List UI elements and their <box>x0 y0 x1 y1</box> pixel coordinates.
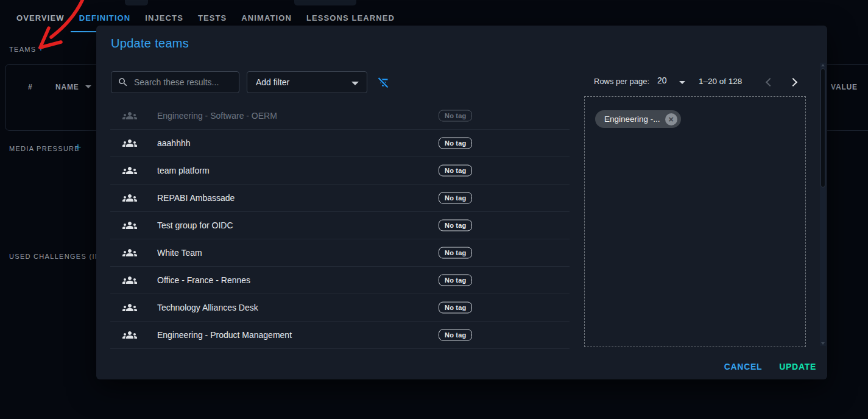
add-filter-select[interactable]: Add filter <box>247 71 367 93</box>
team-row[interactable]: team platform No tag <box>110 157 570 185</box>
no-tag-chip: No tag <box>439 165 472 177</box>
update-teams-dialog: Update teams Add filter <box>96 26 827 379</box>
groups-icon <box>122 328 137 342</box>
rows-per-page-select[interactable]: 20 <box>657 76 685 89</box>
scroll-up-icon <box>821 64 825 66</box>
previous-page-button[interactable] <box>762 76 775 89</box>
team-name: Office - France - Rennes <box>157 275 250 285</box>
team-name: White Team <box>157 248 202 258</box>
no-tag-chip: No tag <box>439 110 472 122</box>
selected-team-chip-label: Engineering -... <box>604 114 660 124</box>
next-page-button[interactable] <box>788 76 801 89</box>
scrollbar-thumb[interactable] <box>820 68 825 188</box>
clear-filters-button[interactable] <box>376 76 390 90</box>
team-row[interactable]: Technology Alliances Desk No tag <box>110 294 570 322</box>
update-button[interactable]: UPDATE <box>779 362 816 371</box>
team-row[interactable]: White Team No tag <box>110 239 570 267</box>
selected-team-chip: Engineering -... × <box>595 110 681 128</box>
no-tag-chip: No tag <box>439 302 472 314</box>
groups-icon <box>122 163 137 178</box>
teams-section-label: TEAMS <box>9 46 36 53</box>
no-tag-chip: No tag <box>439 192 472 204</box>
pagination-range-label: 1–20 of 128 <box>699 77 742 86</box>
team-list: Engineering - Software - OERM No tag aaa… <box>110 102 570 349</box>
dialog-scrollbar[interactable] <box>820 63 826 346</box>
team-name: aaahhhh <box>157 138 191 148</box>
sort-caret-icon <box>85 85 91 88</box>
caret-down-icon <box>351 82 359 85</box>
team-name: Engineering - Product Management <box>157 330 292 340</box>
add-team-button[interactable]: + <box>35 43 47 55</box>
media-pressure-section-label: MEDIA PRESSURE <box>9 145 80 152</box>
team-row[interactable]: REPABI Ambassade No tag <box>110 185 570 212</box>
team-name: Test group for OIDC <box>157 220 233 230</box>
team-row[interactable]: aaahhhh No tag <box>110 130 570 157</box>
groups-icon <box>122 108 137 123</box>
table-col-number: # <box>28 83 32 91</box>
team-name: Technology Alliances Desk <box>157 303 258 312</box>
team-name: Engineering - Software - OERM <box>157 111 277 121</box>
search-input[interactable] <box>134 77 233 87</box>
rows-per-page-label: Rows per page: <box>594 77 649 86</box>
team-row[interactable]: Office - France - Rennes No tag <box>110 267 570 294</box>
close-icon[interactable]: × <box>665 113 677 125</box>
screen: OVERVIEW DEFINITION INJECTS TESTS ANIMAT… <box>0 0 868 419</box>
groups-icon <box>122 136 137 150</box>
dialog-title: Update teams <box>111 37 189 51</box>
team-row[interactable]: Engineering - Software - OERM No tag <box>110 102 570 130</box>
groups-icon <box>122 273 137 287</box>
no-tag-chip: No tag <box>439 247 472 259</box>
scroll-down-icon <box>821 342 825 345</box>
team-row[interactable]: Engineering - Product Management No tag <box>110 322 570 349</box>
selected-teams-dropzone[interactable]: Engineering -... × <box>584 96 806 347</box>
top-edge-box-large <box>294 0 356 5</box>
no-tag-chip: No tag <box>439 329 472 341</box>
top-edge-box-small <box>125 0 148 5</box>
table-col-name-sort[interactable]: NAME <box>55 83 91 91</box>
rows-per-page-value: 20 <box>657 76 667 85</box>
add-media-pressure-button[interactable]: + <box>72 142 84 154</box>
team-name: team platform <box>157 166 210 175</box>
no-tag-chip: No tag <box>439 138 472 149</box>
team-row[interactable]: Test group for OIDC No tag <box>110 212 570 239</box>
search-box <box>111 71 239 93</box>
no-tag-chip: No tag <box>439 220 472 231</box>
groups-icon <box>122 300 137 315</box>
add-filter-label: Add filter <box>256 77 289 87</box>
caret-down-icon <box>679 81 685 84</box>
dialog-actions: CANCEL UPDATE <box>724 362 816 371</box>
groups-icon <box>122 218 137 233</box>
table-col-value: VALUE <box>831 83 858 91</box>
team-name: REPABI Ambassade <box>157 193 235 203</box>
groups-icon <box>122 191 137 205</box>
filter-off-icon <box>376 76 390 90</box>
search-icon <box>118 77 129 88</box>
cancel-button[interactable]: CANCEL <box>724 362 763 371</box>
tab-overview[interactable]: OVERVIEW <box>9 13 72 32</box>
no-tag-chip: No tag <box>439 275 472 286</box>
groups-icon <box>122 245 137 260</box>
